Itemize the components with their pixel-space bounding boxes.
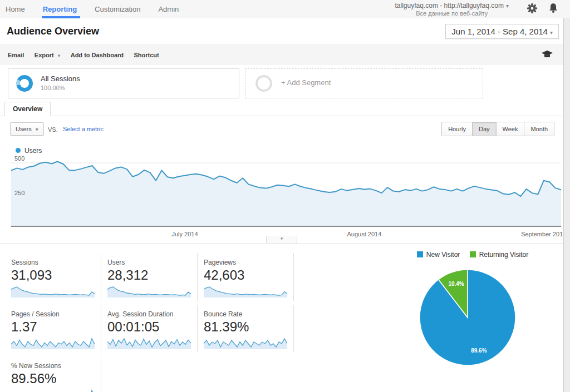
email-button[interactable]: Email (8, 45, 24, 58)
segment-donut-icon (16, 75, 33, 92)
metric-card-sessions: Sessions 31,093 (11, 253, 101, 301)
metric-value: 1.37 (11, 319, 37, 335)
metric-card-bounce-rate: Bounce Rate 81.39% (204, 305, 294, 353)
account-name: tallguyfaq.com - http://tallguyfaq.com▾ (395, 2, 509, 9)
sessions-sparkline (11, 284, 95, 299)
users-sparkline (107, 284, 191, 299)
pie-legend: New Visitor Returning Visitor (396, 251, 541, 259)
tab-overview[interactable]: Overview (4, 102, 51, 116)
svg-text:89.6%: 89.6% (471, 348, 487, 354)
segment-bar: All Sessions 100.00% + Add Segment (0, 65, 570, 102)
metric-label: Sessions (11, 259, 38, 266)
select-a-metric-link[interactable]: Select a metric (63, 126, 104, 132)
chevron-down-icon: ▾ (550, 29, 553, 36)
segment-title: All Sessions (41, 75, 80, 83)
report-action-bar: Email Export ▾ Add to Dashboard Shortcut (0, 44, 570, 66)
metric-value: 42,603 (204, 267, 244, 283)
top-nav-items: Home Reporting Customization Admin (6, 0, 188, 18)
add-to-dashboard-button[interactable]: Add to Dashboard (71, 45, 124, 58)
y-axis-tick-label: 250 (14, 190, 24, 196)
metric-label: Bounce Rate (204, 310, 242, 318)
nav-item-customization[interactable]: Customization (86, 0, 149, 18)
granularity-hourly-button[interactable]: Hourly (441, 122, 473, 136)
users-timeline-chart[interactable]: 500250July 2014August 2014September 2014 (11, 156, 561, 245)
granularity-month-button[interactable]: Month (524, 122, 554, 136)
x-axis-month-label: September 2014 (521, 231, 566, 237)
date-range-selector[interactable]: Jun 1, 2014 - Sep 4, 2014▾ (445, 24, 559, 39)
overview-panel: Users ▾ VS. Select a metric Hourly Day W… (0, 116, 564, 392)
bounce-rate-sparkline (204, 336, 287, 350)
users-series-dot-icon (16, 148, 21, 153)
add-segment-ring-icon (255, 75, 272, 92)
metric-label: Users (107, 259, 125, 266)
metric-card-avg-session-duration: Avg. Session Duration 00:01:05 (107, 305, 198, 353)
new-visitor-swatch-icon (417, 251, 423, 257)
metric-label: Avg. Session Duration (107, 310, 174, 318)
chart-collapse-handle[interactable]: ▾ (266, 236, 297, 244)
users-timeline-svg (11, 156, 561, 230)
metric-card-pageviews: Pageviews 42,603 (204, 253, 294, 301)
metric-value: 31,093 (11, 267, 52, 283)
education-graduation-cap-icon[interactable] (541, 49, 553, 59)
vs-label: VS. (48, 126, 58, 133)
chevron-down-icon: ▾ (506, 3, 509, 9)
chevron-down-icon: ▾ (36, 126, 38, 132)
metric-card-pages-per-session: Pages / Session 1.37 (11, 305, 101, 353)
gear-icon[interactable] (527, 3, 538, 14)
account-selector[interactable]: tallguyfaq.com - http://tallguyfaq.com▾ … (395, 2, 509, 17)
bell-icon[interactable] (548, 3, 559, 14)
report-tabs: Overview (0, 102, 570, 116)
metric-card-users: Users 28,312 (107, 253, 198, 301)
top-navigation: Home Reporting Customization Admin tallg… (0, 0, 570, 18)
nav-item-reporting[interactable]: Reporting (34, 0, 86, 18)
visitor-type-pie-chart[interactable]: 89.6%10.4% (412, 266, 523, 378)
x-axis-month-label: August 2014 (347, 231, 382, 237)
segment-percentage: 100.00% (41, 85, 65, 91)
metric-value: 89.56% (11, 371, 56, 386)
metric-value: 00:01:05 (107, 319, 159, 335)
add-segment-label: + Add Segment (281, 78, 331, 87)
page-header: Audience Overview Jun 1, 2014 - Sep 4, 2… (0, 18, 570, 44)
page-title: Audience Overview (7, 26, 99, 37)
export-button[interactable]: Export ▾ (35, 45, 60, 58)
shortcut-button[interactable]: Shortcut (134, 45, 159, 58)
granularity-day-button[interactable]: Day (473, 122, 497, 136)
granularity-button-group: Hourly Day Week Month (441, 122, 554, 136)
metric-value: 28,312 (107, 267, 148, 283)
y-axis-tick-label: 500 (14, 155, 24, 162)
metric-value: 81.39% (204, 319, 249, 335)
pages-per-session-sparkline (11, 336, 95, 350)
avg-session-duration-sparkline (107, 336, 191, 350)
pageviews-sparkline (204, 284, 287, 299)
metric-label: Pageviews (204, 259, 236, 266)
metric-label: Pages / Session (11, 310, 60, 318)
metric-dropdown[interactable]: Users ▾ (10, 122, 44, 136)
add-segment-button[interactable]: + Add Segment (245, 68, 483, 98)
metric-card-new-sessions: % New Sessions 89.56% (11, 356, 101, 392)
segment-all-sessions[interactable]: All Sessions 100.00% (8, 68, 239, 98)
granularity-week-button[interactable]: Week (497, 122, 525, 136)
timeline-legend: Users (16, 147, 42, 155)
x-axis-month-label: July 2014 (171, 231, 198, 237)
account-view-name: Все данные по веб-сайту (395, 10, 509, 17)
vertical-scrollbar[interactable] (563, 18, 570, 392)
new-sessions-sparkline (11, 388, 95, 392)
returning-visitor-swatch-icon (470, 251, 476, 257)
nav-item-admin[interactable]: Admin (149, 0, 188, 18)
chevron-down-icon: ▾ (58, 53, 61, 58)
metric-label: % New Sessions (11, 362, 61, 370)
visitor-type-pie-block: New Visitor Returning Visitor 89.6%10.4% (396, 247, 552, 392)
nav-item-home[interactable]: Home (6, 0, 34, 18)
svg-text:10.4%: 10.4% (448, 281, 464, 287)
